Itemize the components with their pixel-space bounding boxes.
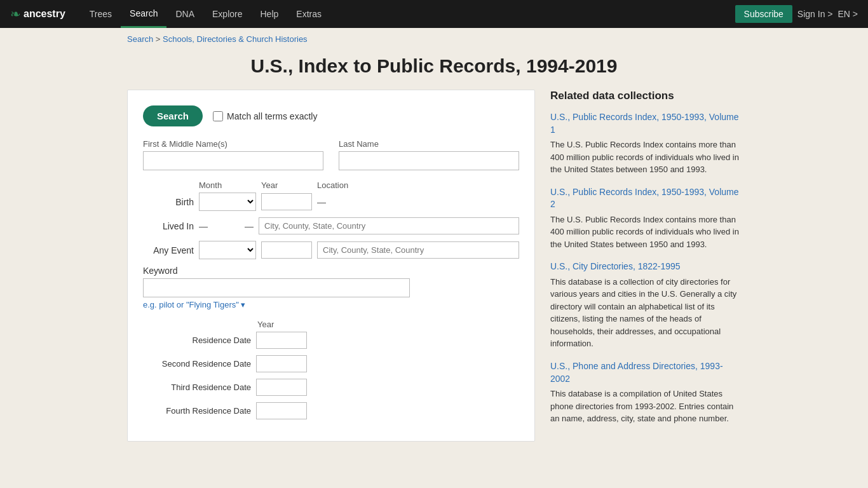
- related-item-0: U.S., Public Records Index, 1950-1993, V…: [550, 111, 741, 176]
- keyword-section: Keyword e.g. pilot or "Flying Tigers" ▾: [143, 266, 519, 309]
- birth-label: Birth: [143, 197, 194, 207]
- related-desc-1: The U.S. Public Records Index contains m…: [550, 214, 741, 251]
- nav-dna[interactable]: DNA: [166, 0, 203, 28]
- lived-in-location-input[interactable]: [259, 217, 519, 234]
- col-header-year: Year: [261, 180, 312, 190]
- first-name-label: First & Middle Name(s): [143, 139, 323, 149]
- event-col-headers: Month Year Location: [143, 180, 519, 190]
- birth-location-dash: —: [317, 197, 326, 207]
- lived-in-row: Lived In — —: [143, 217, 519, 234]
- any-event-month-select[interactable]: Jan Feb Mar Apr May Jun Jul Aug Sep Oct …: [199, 241, 256, 259]
- language-button[interactable]: EN >: [837, 9, 858, 19]
- second-residence-date-row: Second Residence Date: [143, 355, 519, 372]
- residence-date-row: Residence Date: [143, 332, 519, 349]
- any-event-row: Any Event Jan Feb Mar Apr May Jun Jul Au…: [143, 241, 519, 259]
- related-item-2: U.S., City Directories, 1822-1995 This d…: [550, 261, 741, 350]
- subscribe-button[interactable]: Subscribe: [735, 5, 792, 23]
- nav-trees[interactable]: Trees: [81, 0, 121, 28]
- breadcrumb-search[interactable]: Search: [127, 34, 153, 44]
- events-section: Birth Jan Feb Mar Apr May Jun Jul Aug Se…: [143, 193, 519, 259]
- search-button[interactable]: Search: [143, 105, 203, 126]
- related-item-1: U.S., Public Records Index, 1950-1993, V…: [550, 186, 741, 251]
- residence-section: Year Residence Date Second Residence Dat…: [143, 320, 519, 419]
- any-event-label: Any Event: [143, 245, 194, 255]
- any-event-location-input[interactable]: [317, 241, 519, 259]
- first-name-input[interactable]: [143, 151, 323, 170]
- last-name-input[interactable]: [339, 151, 519, 170]
- related-desc-3: This database is a compilation of United…: [550, 388, 741, 425]
- nav-links: Trees Search DNA Explore Help Extras: [81, 0, 735, 28]
- last-name-label: Last Name: [339, 139, 519, 149]
- match-all-checkbox[interactable]: [213, 111, 223, 121]
- nav-extras[interactable]: Extras: [287, 0, 330, 28]
- related-desc-2: This database is a collection of city di…: [550, 276, 741, 350]
- lived-in-year-dash: —: [245, 221, 254, 231]
- second-residence-date-label: Second Residence Date: [143, 359, 251, 369]
- match-all-text: Match all terms exactly: [227, 111, 317, 121]
- fourth-residence-date-row: Fourth Residence Date: [143, 402, 519, 419]
- nav-right: Subscribe Sign In > EN >: [735, 5, 858, 23]
- related-link-3[interactable]: U.S., Phone and Address Directories, 199…: [550, 360, 741, 385]
- breadcrumb-section[interactable]: Schools, Directories & Church Histories: [163, 34, 308, 44]
- name-row: First & Middle Name(s) Last Name: [143, 139, 519, 170]
- last-name-group: Last Name: [339, 139, 519, 170]
- col-header-month: Month: [199, 180, 256, 190]
- search-top-row: Search Match all terms exactly: [143, 105, 519, 126]
- lived-in-month-dash: —: [199, 221, 208, 231]
- page-title: U.S., Index to Public Records, 1994-2019: [0, 55, 868, 77]
- fourth-residence-date-label: Fourth Residence Date: [143, 406, 251, 416]
- lived-in-label: Lived In: [143, 221, 194, 231]
- nav-explore[interactable]: Explore: [203, 0, 251, 28]
- keyword-input[interactable]: [143, 278, 410, 297]
- related-link-2[interactable]: U.S., City Directories, 1822-1995: [550, 261, 741, 273]
- top-navigation: ❧ ancestry Trees Search DNA Explore Help…: [0, 0, 868, 28]
- any-event-year-input[interactable]: [261, 241, 312, 259]
- nav-search[interactable]: Search: [121, 0, 166, 28]
- related-link-0[interactable]: U.S., Public Records Index, 1950-1993, V…: [550, 111, 741, 136]
- birth-month-select[interactable]: Jan Feb Mar Apr May Jun Jul Aug Sep Oct …: [199, 193, 256, 211]
- residence-date-input[interactable]: [256, 332, 307, 349]
- keyword-hint[interactable]: e.g. pilot or "Flying Tigers" ▾: [143, 300, 519, 309]
- first-name-group: First & Middle Name(s): [143, 139, 323, 170]
- related-item-3: U.S., Phone and Address Directories, 199…: [550, 360, 741, 425]
- sidebar: Related data collections U.S., Public Re…: [550, 90, 741, 442]
- nav-help[interactable]: Help: [252, 0, 288, 28]
- keyword-label: Keyword: [143, 266, 519, 276]
- fourth-residence-date-input[interactable]: [256, 402, 307, 419]
- related-desc-0: The U.S. Public Records Index contains m…: [550, 139, 741, 176]
- res-year-header: Year: [143, 320, 519, 329]
- logo[interactable]: ❧ ancestry: [10, 6, 65, 22]
- third-residence-date-row: Third Residence Date: [143, 379, 519, 396]
- breadcrumb: Search > Schools, Directories & Church H…: [0, 28, 868, 50]
- match-all-label[interactable]: Match all terms exactly: [213, 111, 317, 121]
- signin-button[interactable]: Sign In >: [797, 9, 833, 19]
- main-content: Search Match all terms exactly First & M…: [0, 90, 868, 467]
- leaf-icon: ❧: [10, 6, 21, 22]
- birth-row: Birth Jan Feb Mar Apr May Jun Jul Aug Se…: [143, 193, 519, 211]
- third-residence-date-label: Third Residence Date: [143, 383, 251, 392]
- breadcrumb-separator: >: [156, 34, 163, 44]
- birth-year-input[interactable]: [261, 193, 312, 210]
- search-panel: Search Match all terms exactly First & M…: [127, 90, 535, 442]
- col-header-location: Location: [317, 180, 519, 190]
- residence-date-label: Residence Date: [143, 336, 251, 345]
- logo-text: ancestry: [24, 8, 65, 20]
- second-residence-date-input[interactable]: [256, 355, 307, 372]
- third-residence-date-input[interactable]: [256, 379, 307, 396]
- related-link-1[interactable]: U.S., Public Records Index, 1950-1993, V…: [550, 186, 741, 211]
- related-title: Related data collections: [550, 90, 741, 102]
